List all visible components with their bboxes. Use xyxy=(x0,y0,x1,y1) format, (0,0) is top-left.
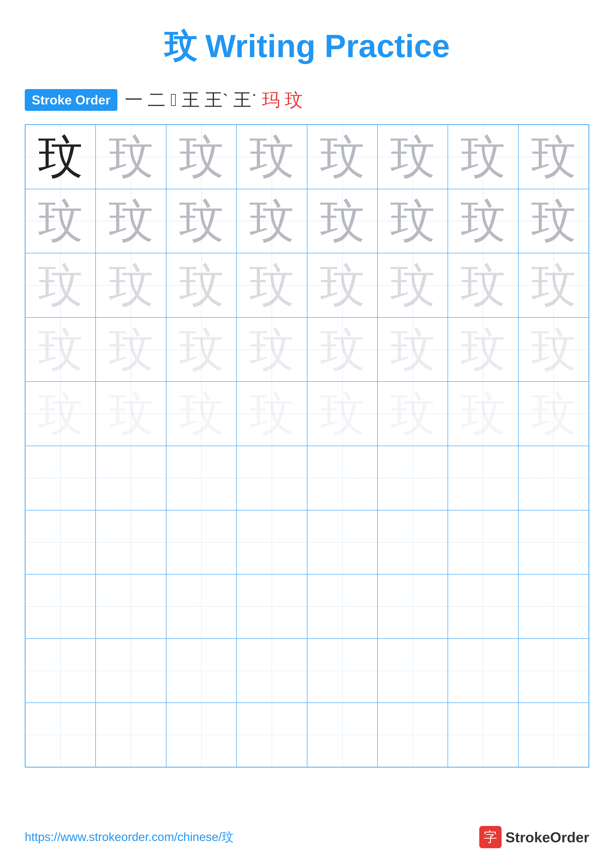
grid-cell[interactable] xyxy=(25,446,96,510)
grid-cell[interactable] xyxy=(448,446,518,510)
grid-cell[interactable]: 玟 xyxy=(378,381,448,446)
grid-cell[interactable]: 玟 xyxy=(166,125,236,189)
grid-cell[interactable] xyxy=(448,703,518,767)
grid-cell[interactable] xyxy=(518,446,589,510)
character-guide: 玟 xyxy=(320,263,365,308)
grid-cell[interactable] xyxy=(448,510,518,575)
grid-cell[interactable]: 玟 xyxy=(25,189,96,253)
grid-cell[interactable] xyxy=(518,639,589,703)
stroke-6: 王˙ xyxy=(233,88,257,112)
grid-cell[interactable] xyxy=(236,446,307,510)
grid-cell[interactable] xyxy=(518,574,589,639)
grid-cell[interactable] xyxy=(96,639,166,703)
grid-cell[interactable]: 玟 xyxy=(518,318,589,382)
grid-cell[interactable] xyxy=(96,446,166,510)
grid-cell[interactable] xyxy=(166,446,236,510)
grid-cell[interactable]: 玟 xyxy=(236,189,307,253)
grid-cell[interactable] xyxy=(307,703,378,767)
character-guide: 玟 xyxy=(320,327,365,372)
grid-cell[interactable]: 玟 xyxy=(96,381,166,446)
grid-cell[interactable]: 玟 xyxy=(25,125,96,189)
character-guide: 玟 xyxy=(320,391,365,436)
character-guide: 玟 xyxy=(38,327,83,372)
grid-cell[interactable] xyxy=(236,510,307,575)
grid-cell[interactable] xyxy=(96,510,166,575)
grid-cell[interactable] xyxy=(25,639,96,703)
grid-cell[interactable]: 玟 xyxy=(96,253,166,318)
grid-cell[interactable]: 玟 xyxy=(236,253,307,318)
stroke-1: 一 xyxy=(125,88,143,112)
grid-cell[interactable]: 玟 xyxy=(25,381,96,446)
grid-cell[interactable]: 玟 xyxy=(448,381,518,446)
grid-cell[interactable]: 玟 xyxy=(307,381,378,446)
grid-cell[interactable] xyxy=(25,510,96,575)
grid-cell[interactable]: 玟 xyxy=(378,125,448,189)
grid-cell[interactable]: 玟 xyxy=(236,381,307,446)
grid-cell[interactable] xyxy=(166,639,236,703)
grid-cell[interactable]: 玟 xyxy=(236,125,307,189)
grid-cell[interactable] xyxy=(166,703,236,767)
grid-cell[interactable] xyxy=(25,703,96,767)
grid-cell[interactable] xyxy=(307,510,378,575)
grid-cell[interactable]: 玟 xyxy=(96,189,166,253)
stroke-order-row: Stroke Order 一 二 𠄌 王 王` 王˙ 玛 玟 xyxy=(25,88,589,112)
character-guide: 玟 xyxy=(531,135,576,179)
grid-cell[interactable]: 玟 xyxy=(307,318,378,382)
grid-cell[interactable]: 玟 xyxy=(96,125,166,189)
grid-cell[interactable] xyxy=(25,574,96,639)
grid-cell[interactable] xyxy=(518,703,589,767)
grid-cell[interactable] xyxy=(378,446,448,510)
grid-cell[interactable]: 玟 xyxy=(518,189,589,253)
grid-cell[interactable] xyxy=(378,574,448,639)
grid-cell[interactable] xyxy=(166,574,236,639)
grid-cell[interactable]: 玟 xyxy=(448,125,518,189)
grid-cell[interactable]: 玟 xyxy=(448,318,518,382)
grid-cell[interactable]: 玟 xyxy=(518,381,589,446)
grid-cell[interactable] xyxy=(96,574,166,639)
grid-cell[interactable]: 玟 xyxy=(307,189,378,253)
character-guide: 玟 xyxy=(109,135,153,179)
grid-cell[interactable]: 玟 xyxy=(518,125,589,189)
grid-cell[interactable] xyxy=(307,639,378,703)
stroke-3: 𠄌 xyxy=(170,90,177,110)
logo-icon: 字 xyxy=(479,826,502,848)
grid-cell[interactable] xyxy=(518,510,589,575)
grid-cell[interactable] xyxy=(236,639,307,703)
grid-cell[interactable]: 玟 xyxy=(518,253,589,318)
grid-cell[interactable] xyxy=(307,574,378,639)
grid-cell[interactable] xyxy=(307,446,378,510)
grid-cell[interactable] xyxy=(236,703,307,767)
grid-cell[interactable] xyxy=(96,703,166,767)
page: 玟 Writing Practice Stroke Order 一 二 𠄌 王 … xyxy=(0,0,614,868)
character-guide: 玟 xyxy=(531,199,576,243)
grid-cell[interactable] xyxy=(166,510,236,575)
grid-cell[interactable]: 玟 xyxy=(96,318,166,382)
grid-cell[interactable]: 玟 xyxy=(166,381,236,446)
grid-cell[interactable]: 玟 xyxy=(378,189,448,253)
grid-cell[interactable] xyxy=(448,574,518,639)
practice-grid: 玟 玟 玟 玟 玟 玟 玟 玟 玟 玟 玟 玟 玟 玟 玟 玟 玟 玟 玟 玟 … xyxy=(25,124,589,767)
grid-cell[interactable]: 玟 xyxy=(166,253,236,318)
grid-cell[interactable]: 玟 xyxy=(166,189,236,253)
stroke-8: 玟 xyxy=(285,88,303,112)
grid-cell[interactable]: 玟 xyxy=(448,189,518,253)
grid-cell[interactable]: 玟 xyxy=(378,318,448,382)
grid-cell[interactable]: 玟 xyxy=(25,318,96,382)
grid-cell[interactable] xyxy=(236,574,307,639)
grid-cell[interactable] xyxy=(378,510,448,575)
grid-cell[interactable]: 玟 xyxy=(307,125,378,189)
character-guide: 玟 xyxy=(390,263,435,308)
grid-cell[interactable]: 玟 xyxy=(166,318,236,382)
grid-cell[interactable] xyxy=(448,639,518,703)
grid-cell[interactable] xyxy=(378,703,448,767)
character-guide: 玟 xyxy=(109,263,153,308)
grid-cell[interactable] xyxy=(378,639,448,703)
character-guide: 玟 xyxy=(390,199,435,243)
stroke-4: 王 xyxy=(182,88,200,112)
grid-cell[interactable]: 玟 xyxy=(378,253,448,318)
character-solid: 玟 xyxy=(38,135,83,179)
grid-cell[interactable]: 玟 xyxy=(25,253,96,318)
grid-cell[interactable]: 玟 xyxy=(448,253,518,318)
grid-cell[interactable]: 玟 xyxy=(236,318,307,382)
grid-cell[interactable]: 玟 xyxy=(307,253,378,318)
